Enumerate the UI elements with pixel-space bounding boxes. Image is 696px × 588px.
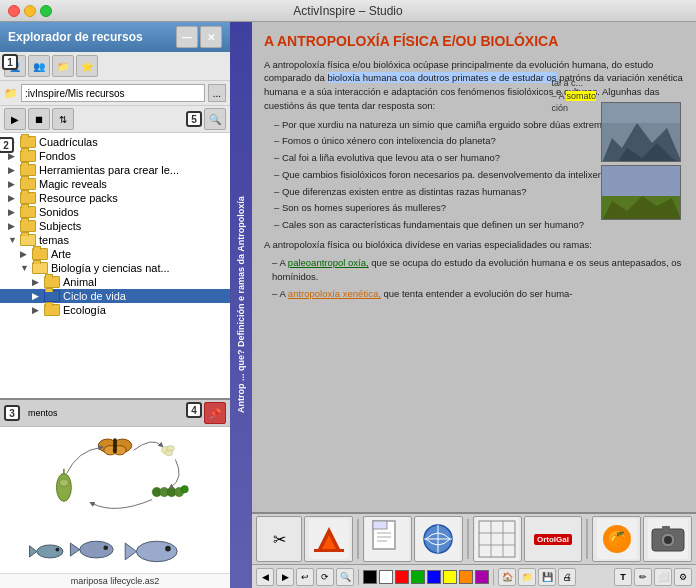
print-btn[interactable]: 🖨 [558, 568, 576, 586]
nav-next-btn[interactable]: ▶ [276, 568, 294, 586]
color-red[interactable] [395, 570, 409, 584]
svg-point-26 [165, 546, 171, 552]
tree-item-arte[interactable]: ▶ Arte [0, 247, 230, 261]
refresh-btn[interactable]: ⟳ [316, 568, 334, 586]
taskbar-item-2[interactable] [363, 516, 412, 562]
color-purple[interactable] [475, 570, 489, 584]
tree-item-cuadriculas[interactable]: ▶ Cuadrículas [0, 135, 230, 149]
document-title: A ANTROPOLOXÍA FÍSICA E/OU BIOLÓXICA [264, 32, 684, 52]
document-area: A ANTROPOLOXÍA FÍSICA E/OU BIOLÓXICA A a… [252, 22, 696, 512]
settings-btn[interactable]: ⚙ [674, 568, 692, 586]
color-green[interactable] [411, 570, 425, 584]
tree-item-resource-packs[interactable]: ▶ Resource packs [0, 191, 230, 205]
tree-view[interactable]: 2 ▶ Cuadrículas ▶ Fondos ▶ [0, 133, 230, 398]
tree-item-biologia[interactable]: ▼ Biología y ciencias nat... [0, 261, 230, 275]
highlight-paleo: paleoantropol oxía, [288, 257, 369, 268]
color-blue[interactable] [427, 570, 441, 584]
resource-explorer-title: Explorador de recursos [8, 30, 143, 44]
taskbar-item-orange[interactable]: 🍊 [592, 516, 641, 562]
cave-photo [601, 102, 681, 162]
taskbar-scissors[interactable]: ✂ [256, 516, 302, 562]
svg-rect-36 [314, 549, 344, 552]
taskbar-item-3[interactable] [414, 516, 463, 562]
path-input[interactable] [21, 84, 205, 102]
color-yellow[interactable] [443, 570, 457, 584]
bottom-toolbar: ◀ ▶ ↩ ⟳ 🔍 🏠 📁 💾 🖨 T ✏ ⬜ ⚙ [252, 564, 696, 588]
tree-item-ecologia[interactable]: ▶ Ecología [0, 303, 230, 317]
orange-icon: 🍊 [597, 519, 637, 559]
svg-rect-28 [602, 103, 681, 123]
tree-item-resource-packs-label: Resource packs [39, 192, 118, 204]
tree-item-fondos[interactable]: ▶ Fondos [0, 149, 230, 163]
callout-badge-5: 5 [186, 111, 202, 127]
minimize-button[interactable] [24, 5, 36, 17]
path-prefix: 📁 [4, 87, 18, 100]
tree-item-ciclo-vida[interactable]: ▶ Ciclo de vida [0, 289, 230, 303]
minimize-panel-button[interactable]: — [176, 26, 198, 48]
svg-point-24 [136, 541, 177, 561]
home-btn[interactable]: 🏠 [498, 568, 516, 586]
left-panel: Explorador de recursos — ✕ 1 👤 👥 📁 ⭐ 📁 .… [0, 22, 230, 588]
branch-1: – A paleoantropol oxía, que se ocupa do … [272, 256, 684, 284]
tree-section: 2 ▶ Cuadrículas ▶ Fondos ▶ [0, 133, 230, 398]
media-stop-btn[interactable]: ⏹ [28, 108, 50, 130]
document-content: A ANTROPOLOXÍA FÍSICA E/OU BIOLÓXICA A a… [252, 22, 696, 512]
middle-bar: Antrop ... que? Definición e ramas da An… [230, 22, 252, 588]
folder-btn[interactable]: 📁 [518, 568, 536, 586]
tree-item-herramientas-label: Herramientas para crear le... [39, 164, 179, 176]
side-note-highlight: somato [566, 91, 596, 101]
tree-item-cuadriculas-label: Cuadrículas [39, 136, 98, 148]
callout-badge-1: 1 [2, 54, 18, 70]
svg-point-16 [59, 479, 68, 486]
svg-point-20 [56, 548, 60, 552]
path-button[interactable]: ... [208, 84, 226, 102]
media-toolbar: ▶ ⏹ ⇅ 5 🔍 [0, 106, 230, 133]
tree-item-ciclo-vida-label: Ciclo de vida [63, 290, 126, 302]
tree-item-subjects-label: Subjects [39, 220, 81, 232]
close-button[interactable] [8, 5, 20, 17]
eraser-tool-btn[interactable]: ⬜ [654, 568, 672, 586]
nav-prev-btn[interactable]: ◀ [256, 568, 274, 586]
zoom-btn[interactable]: 🔍 [336, 568, 354, 586]
maximize-button[interactable] [40, 5, 52, 17]
color-orange[interactable] [459, 570, 473, 584]
toolbar-btn-star[interactable]: ⭐ [76, 55, 98, 77]
fish-lifecycle-image [25, 531, 205, 573]
taskbar-item-ortogal[interactable]: OrtolGal [524, 516, 582, 562]
toolbar-btn-users[interactable]: 👥 [28, 55, 50, 77]
taskbar-separator-1 [357, 519, 359, 559]
title-bar: ActivInspire – Studio [0, 0, 696, 22]
bullet-7: – Cales son as características fundament… [274, 218, 684, 232]
taskbar-item-4[interactable] [473, 516, 522, 562]
preview-section-header: 3 mentos 4 📌 [0, 400, 230, 427]
media-play-btn[interactable]: ▶ [4, 108, 26, 130]
tree-item-herramientas[interactable]: ▶ Herramientas para crear le... [0, 163, 230, 177]
taskbar-activ[interactable] [304, 516, 353, 562]
taskbar-item-camera[interactable] [643, 516, 692, 562]
window-title: ActivInspire – Studio [293, 4, 402, 18]
butterfly-lifecycle-image [25, 427, 205, 529]
close-panel-button[interactable]: ✕ [200, 26, 222, 48]
undo-btn[interactable]: ↩ [296, 568, 314, 586]
doc-second-para: A antropoloxía física ou biolóxica divíd… [264, 238, 684, 252]
svg-rect-61 [662, 526, 670, 530]
tree-item-magic[interactable]: ▶ Magic reveals [0, 177, 230, 191]
tree-item-subjects[interactable]: ▶ Subjects [0, 219, 230, 233]
toolbar-btn-folder[interactable]: 📁 [52, 55, 74, 77]
tree-item-sonidos[interactable]: ▶ Sonidos [0, 205, 230, 219]
color-black[interactable] [363, 570, 377, 584]
media-sort-btn[interactable]: ⇅ [52, 108, 74, 130]
svg-point-23 [103, 546, 108, 551]
pen-tool-btn[interactable]: ✏ [634, 568, 652, 586]
camera-icon [648, 519, 688, 559]
tree-item-animal[interactable]: ▶ Animal [0, 275, 230, 289]
taskbar-separator-2 [467, 519, 469, 559]
tree-item-temas[interactable]: ▼ temas [0, 233, 230, 247]
svg-text:✂: ✂ [273, 531, 286, 548]
text-tool-btn[interactable]: T [614, 568, 632, 586]
preview-pin-btn[interactable]: 📌 [204, 402, 226, 424]
media-search-btn[interactable]: 🔍 [204, 108, 226, 130]
svg-rect-29 [602, 166, 681, 196]
save-btn[interactable]: 💾 [538, 568, 556, 586]
color-white[interactable] [379, 570, 393, 584]
